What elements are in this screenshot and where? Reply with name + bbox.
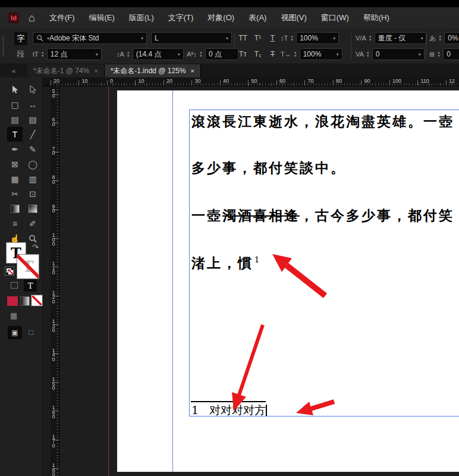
note-tool[interactable]: ≡ bbox=[7, 216, 23, 231]
menu-item[interactable]: 窗口(W) bbox=[314, 8, 356, 28]
scissors-tool[interactable]: ✂ bbox=[7, 186, 23, 201]
chevron-down-icon[interactable]: ▾ bbox=[333, 36, 335, 41]
direct-selection-tool[interactable] bbox=[25, 82, 40, 97]
menu-item[interactable]: 表(A) bbox=[241, 8, 273, 28]
gradient-swatch-tool[interactable] bbox=[7, 201, 23, 216]
formatting-affects-container-button[interactable] bbox=[11, 282, 18, 289]
chevron-down-icon[interactable]: ▾ bbox=[419, 52, 421, 57]
font-size-field[interactable]: tT ▲▼ 12 点 ▾ bbox=[33, 48, 102, 61]
content-placer-tool[interactable]: ▤ bbox=[25, 112, 40, 127]
strikethrough-button[interactable]: T bbox=[266, 50, 279, 58]
type-tool[interactable]: T bbox=[7, 127, 23, 142]
subscript-button[interactable]: T₁ bbox=[251, 50, 264, 58]
vertical-scale-value[interactable]: 100% bbox=[300, 34, 329, 42]
pen-tool[interactable]: ✒ bbox=[7, 142, 23, 156]
baseline-shift-field[interactable]: Aª↕ ▲▼ 0 点 bbox=[187, 48, 238, 61]
horizontal-ruler[interactable]: 2010010203040506070809010011012 bbox=[51, 77, 459, 86]
apply-gradient-button[interactable] bbox=[20, 296, 30, 306]
underline-button[interactable]: T bbox=[266, 34, 279, 42]
swap-fill-stroke-icon[interactable]: ↷ bbox=[32, 243, 39, 252]
vertical-scale-stepper[interactable]: ▲▼ bbox=[290, 35, 294, 42]
font-style-value[interactable]: L bbox=[155, 34, 222, 42]
pencil-tool[interactable]: ✎ bbox=[25, 142, 40, 156]
horizontal-scale-stepper[interactable]: ▲▼ bbox=[294, 51, 297, 58]
apply-color-button[interactable] bbox=[7, 296, 18, 306]
selection-tool[interactable] bbox=[7, 82, 23, 97]
menu-item[interactable]: 帮助(H) bbox=[356, 8, 397, 28]
tool-panel-collapse[interactable]: « bbox=[0, 64, 27, 77]
document-tab-inactive[interactable]: *未命名-1 @ 74% × bbox=[27, 64, 105, 77]
menu-item[interactable]: 编辑(E) bbox=[81, 8, 121, 28]
apply-none-button[interactable] bbox=[32, 295, 42, 306]
kerning-field[interactable]: V/A ▲▼ 量度 - 仅 ▾ bbox=[356, 32, 427, 45]
baseline-shift-stepper[interactable]: ▲▼ bbox=[199, 51, 203, 58]
tracking-field[interactable]: VA ▲▼ 0 ▾ bbox=[356, 48, 425, 61]
menu-item[interactable]: 对象(O) bbox=[200, 8, 241, 28]
kerning-stepper[interactable]: ▲▼ bbox=[369, 35, 372, 42]
all-caps-button[interactable]: TT bbox=[237, 34, 249, 42]
font-family-combo[interactable]: ▾ Adobe 宋体 Std ▾ bbox=[33, 32, 147, 45]
stroke-proxy[interactable]: T bbox=[17, 254, 39, 279]
font-family-value[interactable]: Adobe 宋体 Std bbox=[49, 33, 137, 43]
text-frame[interactable]: 滾滾長江東逝水，浪花淘盡英雄。一壺 多少事，都付笑談中。 一壺濁酒喜相逢，古今多… bbox=[189, 109, 459, 416]
chevron-down-icon[interactable]: ▾ bbox=[226, 36, 228, 41]
font-size-value[interactable]: 12 点 bbox=[51, 49, 92, 60]
grid-tsume-field[interactable]: ⊞ ▲▼ 0 bbox=[429, 48, 459, 61]
home-icon[interactable]: ⌂ bbox=[29, 12, 35, 24]
chevron-down-icon[interactable]: ▾ bbox=[337, 52, 339, 57]
vertical-ruler[interactable]: 5060708090100110120130140150160170180 bbox=[51, 86, 59, 476]
text-line[interactable]: 渚上，慣1 bbox=[191, 254, 259, 273]
normal-view-mode-button[interactable]: ▣ bbox=[8, 326, 22, 339]
tracking-value[interactable]: 0 bbox=[376, 50, 415, 58]
close-icon[interactable]: × bbox=[191, 67, 194, 74]
horizontal-grid-tool[interactable]: ▦ bbox=[7, 171, 23, 186]
horizontal-scale-value[interactable]: 100% bbox=[303, 50, 333, 58]
chevron-down-icon[interactable]: ▾ bbox=[96, 52, 98, 57]
text-line[interactable]: 滾滾長江東逝水，浪花淘盡英雄。一壺 bbox=[191, 112, 454, 131]
grid-tsume-value[interactable]: 0 bbox=[447, 50, 459, 58]
free-transform-tool[interactable]: ⊡ bbox=[25, 186, 40, 201]
chevron-down-icon[interactable]: ▾ bbox=[421, 36, 423, 41]
page-tool[interactable]: ▢ bbox=[7, 97, 23, 112]
line-tool[interactable]: ╱ bbox=[25, 127, 40, 142]
vertical-scale-field[interactable]: ↕T ▲▼ 100% ▾ bbox=[281, 32, 339, 45]
eyedropper-tool[interactable]: ✐ bbox=[25, 216, 40, 231]
ellipse-frame-tool[interactable]: ◯ bbox=[25, 156, 40, 171]
menu-item[interactable]: 文件(F) bbox=[42, 8, 82, 28]
ruler-corner[interactable] bbox=[43, 77, 51, 86]
font-style-combo[interactable]: L ▾ bbox=[151, 32, 232, 45]
menu-item[interactable]: 文字(T) bbox=[161, 8, 201, 28]
chevron-down-icon[interactable]: ▾ bbox=[141, 36, 143, 41]
grid-tsume-stepper[interactable]: ▲▼ bbox=[437, 51, 441, 58]
content-collector-tool[interactable]: ▤ bbox=[7, 112, 23, 127]
leading-field[interactable]: ↕A ▲▼ (14.4 点 ▾ bbox=[117, 48, 184, 61]
menu-item[interactable]: 版面(L) bbox=[122, 8, 161, 28]
grid-jidori-field[interactable]: あ ▲▼ 0% bbox=[429, 32, 459, 45]
kerning-value[interactable]: 量度 - 仅 bbox=[378, 33, 417, 43]
formatting-affects-text-button[interactable]: T bbox=[24, 280, 37, 292]
panel-drag-handle[interactable] bbox=[2, 36, 4, 57]
character-formatting-button[interactable]: 字 bbox=[14, 32, 27, 45]
vertical-grid-tool[interactable]: ▥ bbox=[25, 171, 40, 186]
menu-item[interactable]: 视图(V) bbox=[273, 8, 313, 28]
default-fill-stroke-icon[interactable] bbox=[5, 267, 14, 275]
text-line[interactable]: 多少事，都付笑談中。 bbox=[191, 159, 346, 177]
gradient-feather-tool[interactable] bbox=[25, 201, 40, 216]
paragraph-formatting-button[interactable]: 段 bbox=[14, 48, 27, 61]
chevron-down-icon[interactable]: ▾ bbox=[178, 52, 180, 57]
leading-value[interactable]: (14.4 点 bbox=[136, 49, 174, 60]
text-line[interactable]: 一壺濁酒喜相逢，古今多少事，都付笑 bbox=[191, 206, 454, 225]
tracking-stepper[interactable]: ▲▼ bbox=[366, 51, 370, 58]
footnote-text[interactable]: 1对对对对方 bbox=[191, 403, 267, 418]
superscript-button[interactable]: T¹ bbox=[251, 34, 264, 42]
pasteboard[interactable]: 滾滾長江東逝水，浪花淘盡英雄。一壺 多少事，都付笑談中。 一壺濁酒喜相逢，古今多… bbox=[59, 86, 459, 476]
gap-tool[interactable]: ↔ bbox=[25, 97, 40, 112]
font-size-stepper[interactable]: ▲▼ bbox=[41, 51, 45, 58]
small-caps-button[interactable]: Tт bbox=[237, 50, 249, 58]
view-options-icon[interactable]: ▦ bbox=[10, 311, 17, 320]
leading-stepper[interactable]: ▲▼ bbox=[127, 51, 130, 58]
close-icon[interactable]: × bbox=[94, 67, 98, 74]
grid-jidori-stepper[interactable]: ▲▼ bbox=[438, 35, 442, 42]
document-tab-active[interactable]: *未命名-1.indd @ 125% × bbox=[105, 64, 201, 77]
grid-jidori-value[interactable]: 0% bbox=[448, 34, 459, 42]
